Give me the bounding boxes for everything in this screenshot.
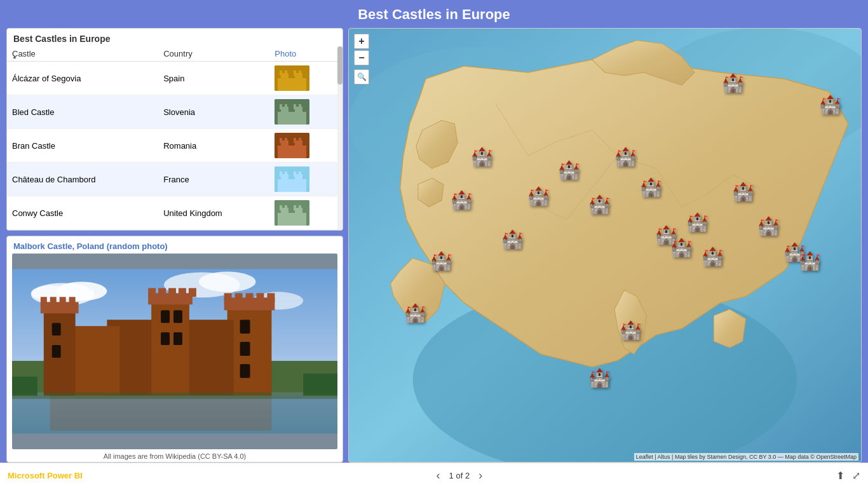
zoom-in-button[interactable]: + xyxy=(354,34,369,49)
map-controls: + − 🔍 xyxy=(354,34,369,85)
scrollbar-thumb[interactable] xyxy=(337,46,342,85)
castle-photo-cell xyxy=(269,163,342,196)
svg-rect-12 xyxy=(280,104,282,109)
castle-marker-7[interactable]: 🏰 xyxy=(558,159,580,180)
castle-marker-10[interactable]: 🏰 xyxy=(640,177,662,198)
svg-rect-81 xyxy=(50,396,272,431)
svg-rect-60 xyxy=(158,288,166,297)
castle-marker-16[interactable]: 🏰 xyxy=(757,215,780,236)
castle-marker-1[interactable]: 🏰 xyxy=(404,302,426,323)
page-indicator: 1 of 2 xyxy=(449,471,470,480)
zoom-out-button[interactable]: − xyxy=(354,50,369,65)
svg-rect-69 xyxy=(60,297,66,306)
castle-marker-5[interactable]: 🏰 xyxy=(501,229,524,250)
map-search-button[interactable]: 🔍 xyxy=(354,69,369,85)
castle-marker-15[interactable]: 🏰 xyxy=(732,181,754,202)
table-row[interactable]: Conwy CastleUnited Kingdom xyxy=(7,196,342,230)
svg-rect-36 xyxy=(280,205,282,210)
svg-rect-63 xyxy=(189,288,196,297)
photo-title: Malbork Castle, Poland (random photo) xyxy=(7,236,342,254)
svg-rect-72 xyxy=(240,342,250,356)
castle-photo-cell xyxy=(269,95,342,129)
svg-rect-23 xyxy=(299,138,301,143)
map-attribution: Leaflet | Altus | Map tiles by Stamen De… xyxy=(634,453,858,461)
svg-rect-30 xyxy=(294,172,296,177)
castle-marker-19[interactable]: 🏰 xyxy=(620,320,642,341)
svg-rect-6 xyxy=(294,71,296,76)
castle-marker-6[interactable]: 🏰 xyxy=(527,186,550,207)
castle-country: Romania xyxy=(158,129,269,163)
table-row[interactable]: Bled CastleSlovenia xyxy=(7,95,342,129)
share-icon[interactable]: ⬆ xyxy=(836,470,844,482)
table-row[interactable]: Château de ChambordFrance xyxy=(7,163,342,196)
table-row[interactable]: Bran CastleRomania xyxy=(7,129,342,163)
table-header-row: Castle Country Photo xyxy=(7,46,342,62)
svg-rect-71 xyxy=(240,320,250,334)
svg-rect-31 xyxy=(299,172,301,177)
svg-rect-61 xyxy=(168,288,176,297)
random-photo xyxy=(12,254,337,449)
photo-section: Malbork Castle, Poland (random photo) xyxy=(6,236,343,463)
table-title: Best Castles in Europe xyxy=(7,29,342,46)
castle-country: Slovenia xyxy=(158,95,269,129)
castle-country: Spain xyxy=(158,62,269,95)
next-page-button[interactable]: › xyxy=(476,469,485,482)
castle-marker-22[interactable]: 🏰 xyxy=(819,94,841,115)
castle-photo-cell xyxy=(269,62,342,95)
svg-rect-7 xyxy=(299,71,301,76)
footer-brand: Microsoft Power BI xyxy=(8,471,83,480)
svg-rect-37 xyxy=(285,205,287,210)
castle-marker-3[interactable]: 🏰 xyxy=(451,189,473,210)
castle-marker-2[interactable]: 🏰 xyxy=(430,250,452,271)
castle-marker-14[interactable]: 🏰 xyxy=(702,246,724,267)
col-header-castle[interactable]: Castle xyxy=(7,46,158,62)
castle-name: Bled Castle xyxy=(7,95,158,129)
map-section[interactable]: + − 🔍 🏰 🏰 🏰 🏰 🏰 🏰 🏰 🏰 🏰 🏰 🏰 🏰 🏰 🏰 🏰 🏰 🏰 … xyxy=(348,28,862,463)
col-header-photo[interactable]: Photo xyxy=(269,46,342,62)
svg-rect-55 xyxy=(267,293,275,302)
left-panel: Best Castles in Europe Castle Country Ph… xyxy=(6,28,343,463)
table-row[interactable]: Álcázar of SegoviaSpain xyxy=(7,62,342,95)
brand-microsoft: Microsoft xyxy=(8,471,47,480)
svg-rect-79 xyxy=(52,345,61,358)
col-header-country[interactable]: Country xyxy=(158,46,269,62)
castle-marker-9[interactable]: 🏰 xyxy=(614,146,637,167)
svg-rect-70 xyxy=(69,297,76,306)
svg-rect-15 xyxy=(299,104,301,109)
footer-actions: ⬆ ⤢ xyxy=(836,470,860,482)
castle-marker-21[interactable]: 🏰 xyxy=(722,72,744,93)
castle-name: Álcázar of Segovia xyxy=(7,62,158,95)
castle-country: France xyxy=(158,163,269,196)
photo-caption: All images are from Wikipedia (CC BY-SA … xyxy=(7,451,342,462)
svg-rect-54 xyxy=(256,293,264,302)
brand-powerbi: Power BI xyxy=(47,471,83,480)
svg-rect-53 xyxy=(246,293,254,302)
page-title: Best Castles in Europe xyxy=(0,6,868,23)
castle-marker-4[interactable]: 🏰 xyxy=(471,146,493,167)
table-section: Best Castles in Europe Castle Country Ph… xyxy=(6,28,343,231)
castle-country: United Kingdom xyxy=(158,196,269,230)
pagination: ‹ 1 of 2 › xyxy=(434,469,485,482)
svg-point-45 xyxy=(199,271,256,292)
main-content: Best Castles in Europe Castle Country Ph… xyxy=(0,28,868,463)
castle-photo xyxy=(275,166,309,192)
castle-marker-13[interactable]: 🏰 xyxy=(686,212,709,233)
svg-rect-39 xyxy=(299,205,301,210)
castle-photo-cell xyxy=(269,129,342,163)
svg-rect-77 xyxy=(173,332,182,345)
svg-rect-52 xyxy=(235,293,243,302)
svg-rect-83 xyxy=(303,374,337,396)
expand-icon[interactable]: ⤢ xyxy=(852,470,860,482)
svg-rect-14 xyxy=(294,104,296,109)
castle-marker-12[interactable]: 🏰 xyxy=(670,237,693,258)
prev-page-button[interactable]: ‹ xyxy=(434,469,443,482)
scrollbar-track[interactable] xyxy=(337,46,342,230)
svg-rect-68 xyxy=(50,297,57,306)
footer: Microsoft Power BI ‹ 1 of 2 › ⬆ ⤢ xyxy=(0,463,868,488)
table-wrapper: Castle Country Photo Álcázar of SegoviaS… xyxy=(7,46,342,230)
castle-marker-20[interactable]: 🏰 xyxy=(588,367,611,388)
castle-marker-8[interactable]: 🏰 xyxy=(588,194,611,215)
svg-rect-20 xyxy=(280,138,282,143)
castle-marker-18[interactable]: 🏰 xyxy=(799,250,821,271)
svg-rect-13 xyxy=(285,104,287,109)
